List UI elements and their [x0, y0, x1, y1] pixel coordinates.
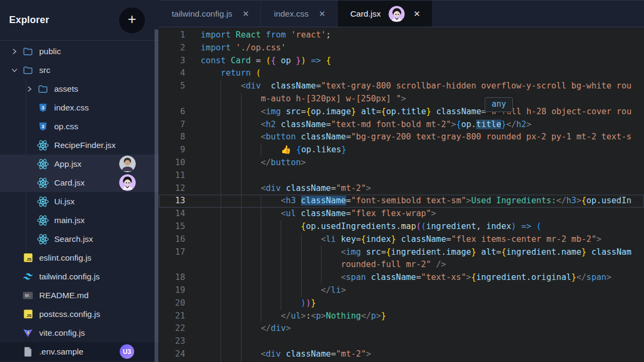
code-line-17[interactable]: 17<img src={ingredient.image} alt={ingre… — [159, 246, 644, 259]
folder-icon — [36, 84, 49, 94]
sidebar-item-search-jsx[interactable]: Search.jsx — [0, 230, 159, 248]
indent-guide — [241, 297, 261, 310]
indent-guide — [261, 246, 281, 259]
indent-guide — [261, 144, 281, 157]
indent-guide — [301, 246, 321, 259]
indent-guide — [221, 195, 240, 208]
sidebar-item-vite-config-js[interactable]: vite.config.js — [0, 323, 159, 342]
code-line-19[interactable]: 19</li> — [159, 284, 644, 297]
indent-guide — [241, 208, 261, 220]
code-line-6[interactable]: 6<img src={op.image} alt={op.title} clas… — [159, 106, 644, 119]
code-line-wrap[interactable]: rounded-full mr-2" /> — [159, 258, 644, 271]
code-line-15[interactable]: 15{op.usedIngredients.map((ingredient, i… — [159, 220, 644, 233]
sidebar-item--env-sample[interactable]: .env.sampleU3 — [0, 342, 159, 361]
code-line-9[interactable]: 9👍 {op.likes} — [159, 144, 644, 157]
file-label: main.jsx — [54, 216, 85, 225]
line-number: 14 — [159, 208, 201, 220]
code-line-2[interactable]: 2import './op.css' — [159, 42, 644, 55]
sidebar-item-readme-md[interactable]: M↓README.md — [0, 286, 159, 305]
code-line-22[interactable]: 22</div> — [159, 322, 644, 335]
indent-guide — [241, 169, 261, 182]
code-line-20[interactable]: 20))} — [159, 297, 644, 310]
indent-guide — [201, 284, 221, 297]
file-label: RecipeFinder.jsx — [54, 141, 116, 150]
code-editor[interactable]: 1import React from 'react';2import './op… — [159, 28, 644, 362]
sidebar-item-index-css[interactable]: 3index.css — [0, 98, 159, 117]
indent-guide — [301, 233, 321, 246]
code-line-1[interactable]: 1import React from 'react'; — [159, 29, 644, 42]
sidebar-item-postcss-config-js[interactable]: JSpostcss.config.js — [0, 305, 159, 323]
tab-close-icon[interactable]: ✕ — [240, 8, 252, 20]
chevron-right-icon[interactable] — [23, 85, 36, 93]
code-line-13[interactable]: 13<h3 className="font-semibold text-sm">… — [159, 195, 644, 208]
indent-guide — [241, 348, 261, 361]
code-line-4[interactable]: 4return ( — [159, 67, 644, 80]
code-line-18[interactable]: 18<span className="text-xs">{ingredient.… — [159, 271, 644, 284]
indent-guide — [221, 119, 240, 131]
tab-tailwind-config-js[interactable]: tailwind.config.js✕ — [159, 1, 261, 27]
hover-type-tooltip: any — [485, 97, 513, 112]
indent-guide — [261, 284, 281, 297]
code-line-21[interactable]: 21</ul>:<p>Nothing</p>} — [159, 310, 644, 323]
sidebar-item-app-jsx[interactable]: App.jsx — [0, 154, 159, 173]
tab-index-css[interactable]: index.css✕ — [261, 1, 337, 27]
chevron-right-icon[interactable] — [8, 48, 21, 55]
indent-guide — [201, 80, 221, 93]
line-number: 16 — [159, 233, 201, 246]
code-line-11[interactable]: 11 — [159, 169, 644, 182]
code-text: </ul>:<p>Nothing</p>} — [201, 310, 386, 323]
md-icon: M↓ — [21, 291, 34, 300]
line-number: 10 — [159, 157, 201, 169]
indent-guide — [201, 169, 221, 182]
code-line-10[interactable]: 10</button> — [159, 157, 644, 169]
react-icon — [36, 139, 49, 151]
file-label: index.css — [54, 103, 89, 113]
sidebar-item-eslint-config-js[interactable]: JSeslint.config.js — [0, 248, 159, 267]
code-line-5[interactable]: 5<div className="text-gray-800 scrollbar… — [159, 80, 644, 93]
line-number: 4 — [159, 67, 201, 80]
sidebar-item-assets[interactable]: assets — [0, 79, 159, 98]
code-line-3[interactable]: 3const Card = ({ op }) => { — [159, 55, 644, 68]
sidebar-scrollbar[interactable] — [155, 29, 158, 362]
code-text: <img src={ingredient.image} alt={ingredi… — [201, 246, 632, 259]
line-number: 19 — [159, 284, 201, 297]
file-label: src — [39, 65, 50, 75]
react-icon — [36, 177, 49, 189]
indent-guide — [241, 310, 261, 323]
sidebar-item-card-jsx[interactable]: Card.jsx — [0, 173, 159, 192]
sidebar-item-src[interactable]: src — [0, 61, 159, 79]
indent-guide — [201, 157, 221, 169]
tab-close-icon[interactable]: ✕ — [316, 8, 328, 20]
line-number: 17 — [159, 246, 201, 259]
tab-close-icon[interactable]: ✕ — [411, 8, 423, 20]
sidebar-item-recipefinder-jsx[interactable]: RecipeFinder.jsx — [0, 136, 159, 154]
code-line-wrap[interactable]: m-auto h-[320px] w-[250px] "> — [159, 93, 644, 106]
code-line-7[interactable]: 7<h2 className="text-md font-bold mt-2">… — [159, 119, 644, 131]
sidebar-item-ui-jsx[interactable]: Ui.jsx — [0, 192, 159, 211]
code-line-16[interactable]: 16<li key={index} className="flex items-… — [159, 233, 644, 246]
code-text: <div className="mt-2"> — [201, 182, 371, 195]
indent-guide — [221, 284, 240, 297]
indent-guide — [201, 119, 221, 131]
indent-guide — [221, 157, 240, 169]
code-line-8[interactable]: 8<button className="bg-gray-200 text-gra… — [159, 131, 644, 144]
file-label: README.md — [39, 291, 89, 300]
code-text: return ( — [201, 67, 261, 80]
code-line-14[interactable]: 14<ul className="flex flex-wrap"> — [159, 208, 644, 220]
indent-guide — [281, 284, 301, 297]
code-line-24[interactable]: 24<div className="mt-2"> — [159, 348, 644, 361]
line-number: 2 — [159, 42, 201, 55]
file-label: assets — [54, 84, 78, 94]
sidebar-item-main-jsx[interactable]: main.jsx — [0, 211, 159, 230]
code-line-12[interactable]: 12<div className="mt-2"> — [159, 182, 644, 195]
sidebar-item-op-css[interactable]: 3op.css — [0, 117, 159, 136]
tab-card-jsx[interactable]: Card.jsx✕ — [338, 1, 432, 27]
sidebar-item-public[interactable]: public — [0, 42, 159, 61]
indent-guide — [241, 220, 261, 233]
collaborator-avatar — [389, 6, 405, 22]
code-line-23[interactable]: 23 — [159, 335, 644, 348]
indent-guide — [221, 131, 240, 144]
sidebar-item-tailwind-config-js[interactable]: tailwind.config.js — [0, 267, 159, 286]
chevron-down-icon[interactable] — [8, 67, 21, 74]
add-file-button[interactable]: + — [119, 8, 145, 33]
